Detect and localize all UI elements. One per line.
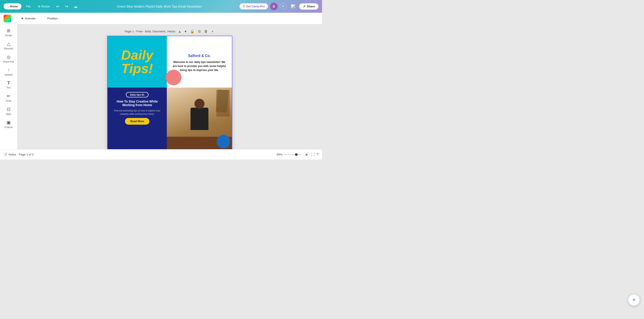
sidebar-item-label: Draw: [6, 100, 11, 102]
photo-head: [194, 99, 204, 109]
canvas-page[interactable]: ↻ Daily Tips! Salford & Co. Welcome to o…: [107, 36, 232, 149]
nav-right-controls: ♛ Get Canva Pro D + 📊 ↗ Share: [240, 3, 318, 10]
sidebar-item-label: Projects: [4, 126, 12, 128]
toolbar-divider: [15, 15, 15, 22]
resize-label: Resize: [41, 5, 50, 8]
share-button[interactable]: ↗ Share: [299, 3, 318, 9]
pink-circle-decoration: [166, 70, 181, 85]
brand-hub-icon: ◎: [7, 54, 10, 60]
page-label-controls: ▲ ▼ 🔒 ⧉ 🗑 +: [177, 29, 215, 34]
get-pro-button[interactable]: ♛ Get Canva Pro: [240, 3, 268, 9]
file-button[interactable]: File: [23, 3, 33, 9]
apps-icon: ⊡: [7, 107, 10, 112]
resize-icon: ⊕: [38, 5, 40, 8]
redo-button[interactable]: ↪: [63, 3, 70, 10]
photo-prop2: [216, 89, 229, 113]
page-view-button[interactable]: ⊞: [304, 152, 309, 157]
tips-badge: Daily tips 01: [126, 92, 148, 97]
page-label-bar: Page 1 - Free - Bold, Geometric, Hacks ▲…: [124, 29, 215, 34]
sidebar-item-brand-hub[interactable]: ◎ Brand Hub: [1, 52, 16, 65]
copy-page-button[interactable]: ⧉: [197, 29, 202, 34]
read-more-button[interactable]: Read More: [125, 118, 149, 125]
page-indicator: Page 1 of 2: [19, 153, 34, 156]
sidebar-item-label: Elements: [4, 47, 14, 50]
sidebar-item-label: Uploads: [4, 73, 13, 76]
sidebar-item-design[interactable]: ⊞ Design: [1, 26, 16, 38]
share-label: Share: [307, 5, 315, 8]
company-name: Salford & Co.: [188, 54, 211, 58]
notes-button[interactable]: 📝 Notes: [4, 153, 16, 156]
tips-title: How To Stay Creative While Working from …: [112, 100, 162, 107]
page-up-button[interactable]: ▲: [177, 29, 182, 34]
crown-icon: ♛: [242, 5, 245, 8]
fullscreen-button[interactable]: ⛶: [311, 153, 314, 157]
page-label-text: Page 1 - Free - Bold, Geometric, Hacks: [124, 30, 176, 33]
sidebar-item-elements[interactable]: △ Elements: [1, 39, 16, 52]
title-line1: Daily: [121, 48, 153, 62]
sidebar-item-uploads[interactable]: ↑ Uploads: [1, 66, 16, 78]
animate-button[interactable]: ✦ Animate: [18, 15, 38, 22]
design-icon: ⊞: [7, 28, 10, 33]
text-icon: T: [7, 80, 10, 86]
user-avatar[interactable]: D: [270, 3, 278, 10]
color-swatch-button[interactable]: [4, 15, 11, 22]
position-label: Position: [48, 17, 58, 20]
page-down-button[interactable]: ▼: [183, 29, 188, 34]
newsletter-bottom: Daily tips 01 How To Stay Creative While…: [108, 88, 232, 149]
bottom-bar: 📝 Notes Page 1 of 2 69% ⊞ ⛶ ?: [0, 149, 322, 159]
tips-description: Find out interesting tips on how to expl…: [112, 109, 162, 116]
sidebar-item-draw[interactable]: ✏ Draw: [1, 92, 16, 104]
projects-icon: ▣: [6, 120, 11, 125]
sidebar-item-apps[interactable]: ⊡ Apps: [1, 105, 16, 117]
editor-toolbar: ✦ Animate Position: [0, 13, 322, 24]
sidebar-item-label: Design: [5, 34, 12, 37]
resize-button[interactable]: ⊕ Resize: [35, 3, 52, 9]
left-sidebar: ⊞ Design △ Elements ◎ Brand Hub ↑ Upload…: [0, 24, 18, 149]
help-button[interactable]: ?: [316, 153, 318, 157]
share-icon: ↗: [303, 5, 306, 8]
notes-icon: 📝: [4, 153, 7, 156]
sidebar-item-label: Text: [6, 86, 10, 89]
daily-tips-heading: Daily Tips!: [121, 48, 153, 75]
draw-icon: ✏: [7, 93, 10, 99]
newsletter-photo-panel: [167, 88, 232, 149]
animate-label: Animate: [25, 17, 36, 20]
home-button[interactable]: ⌂ Home: [4, 3, 22, 9]
zoom-thumb: [295, 153, 298, 156]
blue-circle-decoration: [217, 135, 230, 148]
delete-page-button[interactable]: 🗑: [203, 29, 209, 34]
canvas-area: Page 1 - Free - Bold, Geometric, Hacks ▲…: [18, 24, 322, 149]
newsletter-header-left: Daily Tips!: [108, 36, 167, 88]
notes-label: Notes: [8, 153, 16, 156]
title-line2: Tips!: [121, 62, 153, 75]
bottom-right-controls: 69% ⊞ ⛶ ?: [276, 152, 318, 157]
undo-button[interactable]: ↩: [54, 3, 61, 10]
sidebar-item-text[interactable]: T Text: [1, 79, 16, 91]
main-area: ⊞ Design △ Elements ◎ Brand Hub ↑ Upload…: [0, 24, 322, 149]
elements-icon: △: [7, 41, 10, 46]
sidebar-item-label: Brand Hub: [3, 60, 14, 63]
add-page-button[interactable]: +: [210, 29, 215, 34]
animate-icon: ✦: [21, 16, 24, 20]
analytics-button[interactable]: 📊: [289, 3, 297, 9]
add-collaborator-button[interactable]: +: [280, 3, 287, 10]
photo-body: [190, 108, 208, 130]
sidebar-item-label: Apps: [6, 113, 11, 115]
zoom-level: 69%: [276, 153, 282, 156]
get-pro-label: Get Canva Pro: [246, 5, 265, 8]
top-nav: ⌂ Home File ⊕ Resize ↩ ↪ ☁ Green Blue Mo…: [0, 0, 322, 13]
cloud-save-button[interactable]: ☁: [72, 3, 80, 10]
newsletter-tips-panel: Daily tips 01 How To Stay Creative While…: [108, 88, 167, 149]
home-label: Home: [10, 5, 18, 8]
position-button[interactable]: Position: [45, 15, 60, 21]
toolbar-divider-2: [41, 15, 42, 22]
document-title: Green Blue Modern Playful Daily Work Tip…: [81, 5, 238, 8]
welcome-text: Welcome to our daily tips newsletter! We…: [171, 60, 228, 72]
lock-page-button[interactable]: 🔒: [189, 29, 196, 34]
sidebar-item-projects[interactable]: ▣ Projects: [1, 118, 16, 130]
zoom-slider[interactable]: [284, 154, 302, 155]
home-icon: ⌂: [7, 5, 9, 8]
uploads-icon: ↑: [8, 67, 10, 73]
